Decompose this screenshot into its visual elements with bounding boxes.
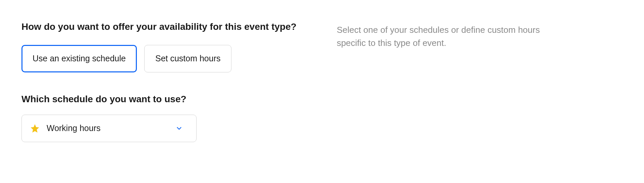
left-column: How do you want to offer your availabili…	[21, 21, 297, 142]
schedule-select-heading: Which schedule do you want to use?	[21, 94, 297, 105]
use-existing-schedule-button[interactable]: Use an existing schedule	[21, 45, 137, 72]
schedule-select[interactable]: Working hours	[21, 115, 197, 142]
right-column: Select one of your schedules or define c…	[337, 21, 623, 142]
availability-heading: How do you want to offer your availabili…	[21, 21, 297, 32]
set-custom-hours-label: Set custom hours	[155, 54, 221, 63]
use-existing-schedule-label: Use an existing schedule	[33, 54, 126, 63]
availability-option-row: Use an existing schedule Set custom hour…	[21, 45, 297, 72]
schedule-select-value: Working hours	[47, 123, 175, 133]
set-custom-hours-button[interactable]: Set custom hours	[144, 45, 232, 72]
chevron-down-icon	[175, 125, 183, 132]
star-icon	[30, 123, 40, 133]
availability-section: How do you want to offer your availabili…	[0, 0, 644, 142]
availability-help-text: Select one of your schedules or define c…	[337, 23, 551, 50]
